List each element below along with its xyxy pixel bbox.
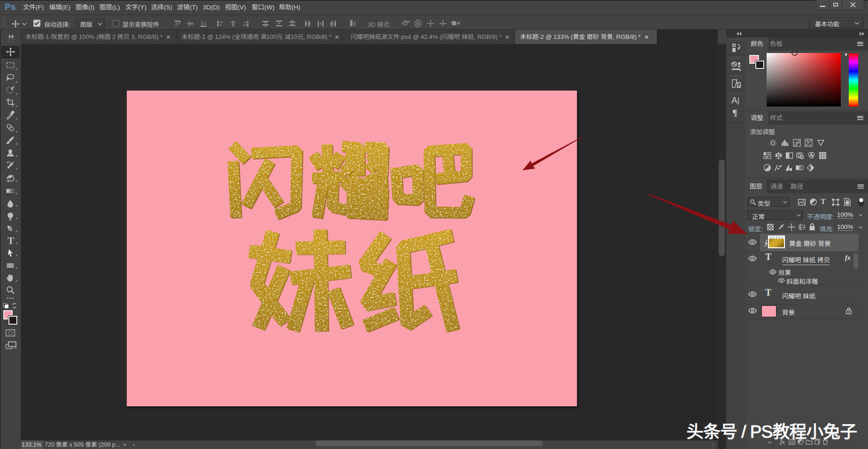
svg-text:妹纸: 妹纸 [247, 220, 463, 337]
svg-text:闪耀吧: 闪耀吧 [223, 133, 474, 224]
